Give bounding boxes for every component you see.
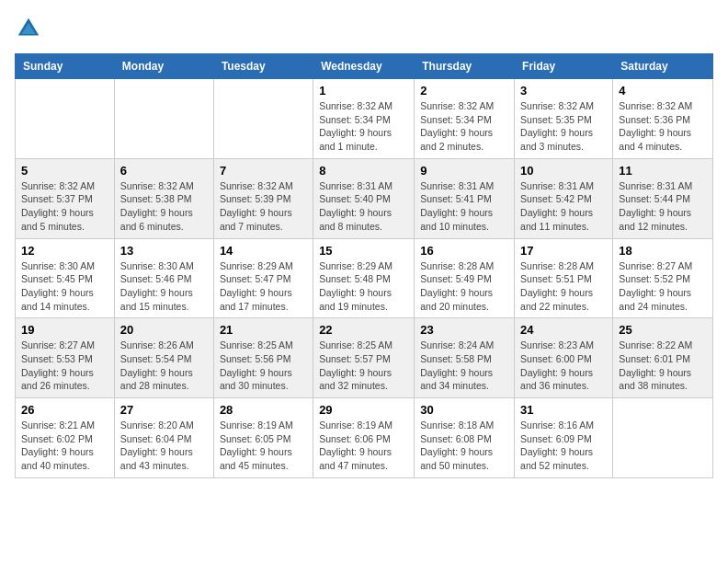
- day-info: Sunrise: 8:31 AM Sunset: 5:41 PM Dayligh…: [420, 179, 508, 234]
- calendar-cell: 18Sunrise: 8:27 AM Sunset: 5:52 PM Dayli…: [613, 238, 713, 318]
- day-number: 5: [21, 164, 108, 178]
- day-number: 24: [520, 323, 607, 337]
- day-number: 27: [120, 403, 208, 417]
- calendar-cell: 14Sunrise: 8:29 AM Sunset: 5:47 PM Dayli…: [213, 238, 313, 318]
- calendar-cell: 16Sunrise: 8:28 AM Sunset: 5:49 PM Dayli…: [415, 238, 515, 318]
- calendar-cell: 1Sunrise: 8:32 AM Sunset: 5:34 PM Daylig…: [313, 79, 415, 159]
- calendar-cell: 13Sunrise: 8:30 AM Sunset: 5:46 PM Dayli…: [114, 238, 213, 318]
- weekday-header: Tuesday: [213, 54, 313, 79]
- weekday-header: Sunday: [16, 54, 115, 79]
- day-number: 15: [319, 244, 408, 258]
- day-number: 9: [420, 164, 508, 178]
- day-info: Sunrise: 8:32 AM Sunset: 5:38 PM Dayligh…: [120, 179, 208, 234]
- day-info: Sunrise: 8:25 AM Sunset: 5:56 PM Dayligh…: [220, 339, 307, 393]
- day-number: 25: [619, 323, 707, 337]
- calendar-cell: 10Sunrise: 8:31 AM Sunset: 5:42 PM Dayli…: [515, 158, 613, 238]
- calendar-cell: 29Sunrise: 8:19 AM Sunset: 6:06 PM Dayli…: [313, 398, 415, 478]
- day-number: 21: [220, 323, 307, 337]
- day-number: 23: [420, 323, 508, 337]
- day-info: Sunrise: 8:20 AM Sunset: 6:04 PM Dayligh…: [120, 419, 208, 473]
- calendar-cell: 20Sunrise: 8:26 AM Sunset: 5:54 PM Dayli…: [114, 318, 213, 398]
- day-number: 29: [319, 403, 408, 417]
- day-info: Sunrise: 8:31 AM Sunset: 5:42 PM Dayligh…: [520, 179, 607, 234]
- calendar-cell: 31Sunrise: 8:16 AM Sunset: 6:09 PM Dayli…: [515, 398, 613, 478]
- calendar-header: SundayMondayTuesdayWednesdayThursdayFrid…: [16, 54, 713, 79]
- day-info: Sunrise: 8:24 AM Sunset: 5:58 PM Dayligh…: [420, 339, 508, 393]
- weekday-header: Thursday: [415, 54, 515, 79]
- day-info: Sunrise: 8:25 AM Sunset: 5:57 PM Dayligh…: [319, 339, 408, 393]
- calendar-cell: 21Sunrise: 8:25 AM Sunset: 5:56 PM Dayli…: [213, 318, 313, 398]
- weekday-header: Wednesday: [313, 54, 415, 79]
- calendar-cell: 4Sunrise: 8:32 AM Sunset: 5:36 PM Daylig…: [613, 79, 713, 159]
- weekday-header: Friday: [515, 54, 613, 79]
- logo: [15, 15, 46, 42]
- calendar-cell: 5Sunrise: 8:32 AM Sunset: 5:37 PM Daylig…: [16, 158, 115, 238]
- day-info: Sunrise: 8:31 AM Sunset: 5:44 PM Dayligh…: [619, 179, 707, 234]
- day-number: 7: [220, 164, 307, 178]
- day-number: 20: [120, 323, 208, 337]
- day-info: Sunrise: 8:28 AM Sunset: 5:49 PM Dayligh…: [420, 259, 508, 314]
- calendar-cell: [613, 398, 713, 478]
- day-number: 4: [619, 84, 707, 98]
- day-info: Sunrise: 8:31 AM Sunset: 5:40 PM Dayligh…: [319, 179, 408, 234]
- calendar-cell: 12Sunrise: 8:30 AM Sunset: 5:45 PM Dayli…: [16, 238, 115, 318]
- day-number: 31: [520, 403, 607, 417]
- day-number: 30: [420, 403, 508, 417]
- weekday-header: Saturday: [613, 54, 713, 79]
- day-number: 17: [520, 244, 607, 258]
- day-info: Sunrise: 8:23 AM Sunset: 6:00 PM Dayligh…: [520, 339, 607, 393]
- day-number: 1: [319, 84, 408, 98]
- day-info: Sunrise: 8:28 AM Sunset: 5:51 PM Dayligh…: [520, 259, 607, 314]
- day-number: 6: [120, 164, 208, 178]
- day-number: 28: [220, 403, 307, 417]
- day-number: 13: [120, 244, 208, 258]
- calendar-cell: 15Sunrise: 8:29 AM Sunset: 5:48 PM Dayli…: [313, 238, 415, 318]
- calendar-cell: [213, 79, 313, 159]
- calendar-cell: 2Sunrise: 8:32 AM Sunset: 5:34 PM Daylig…: [415, 79, 515, 159]
- day-info: Sunrise: 8:30 AM Sunset: 5:46 PM Dayligh…: [120, 259, 208, 314]
- calendar-cell: 7Sunrise: 8:32 AM Sunset: 5:39 PM Daylig…: [213, 158, 313, 238]
- day-number: 3: [520, 84, 607, 98]
- calendar-cell: 3Sunrise: 8:32 AM Sunset: 5:35 PM Daylig…: [515, 79, 613, 159]
- day-number: 8: [319, 164, 408, 178]
- day-info: Sunrise: 8:27 AM Sunset: 5:53 PM Dayligh…: [21, 339, 108, 393]
- day-number: 11: [619, 164, 707, 178]
- day-number: 19: [21, 323, 108, 337]
- calendar-cell: 8Sunrise: 8:31 AM Sunset: 5:40 PM Daylig…: [313, 158, 415, 238]
- day-info: Sunrise: 8:19 AM Sunset: 6:05 PM Dayligh…: [220, 419, 307, 473]
- day-info: Sunrise: 8:30 AM Sunset: 5:45 PM Dayligh…: [21, 259, 108, 314]
- day-number: 12: [21, 244, 108, 258]
- day-number: 10: [520, 164, 607, 178]
- day-info: Sunrise: 8:32 AM Sunset: 5:39 PM Dayligh…: [220, 179, 307, 234]
- calendar-cell: 19Sunrise: 8:27 AM Sunset: 5:53 PM Dayli…: [16, 318, 115, 398]
- calendar-cell: [16, 79, 115, 159]
- day-number: 26: [21, 403, 108, 417]
- calendar-cell: 22Sunrise: 8:25 AM Sunset: 5:57 PM Dayli…: [313, 318, 415, 398]
- day-info: Sunrise: 8:19 AM Sunset: 6:06 PM Dayligh…: [319, 419, 408, 473]
- day-info: Sunrise: 8:32 AM Sunset: 5:37 PM Dayligh…: [21, 179, 108, 234]
- day-number: 2: [420, 84, 508, 98]
- day-info: Sunrise: 8:18 AM Sunset: 6:08 PM Dayligh…: [420, 419, 508, 473]
- calendar-cell: 23Sunrise: 8:24 AM Sunset: 5:58 PM Dayli…: [415, 318, 515, 398]
- logo-icon: [15, 15, 42, 42]
- calendar-cell: 26Sunrise: 8:21 AM Sunset: 6:02 PM Dayli…: [16, 398, 115, 478]
- day-info: Sunrise: 8:32 AM Sunset: 5:34 PM Dayligh…: [420, 99, 508, 154]
- weekday-header: Monday: [114, 54, 213, 79]
- calendar-cell: 9Sunrise: 8:31 AM Sunset: 5:41 PM Daylig…: [415, 158, 515, 238]
- day-number: 22: [319, 323, 408, 337]
- calendar-cell: 6Sunrise: 8:32 AM Sunset: 5:38 PM Daylig…: [114, 158, 213, 238]
- day-number: 16: [420, 244, 508, 258]
- day-info: Sunrise: 8:21 AM Sunset: 6:02 PM Dayligh…: [21, 419, 108, 473]
- calendar-cell: 27Sunrise: 8:20 AM Sunset: 6:04 PM Dayli…: [114, 398, 213, 478]
- calendar-cell: 11Sunrise: 8:31 AM Sunset: 5:44 PM Dayli…: [613, 158, 713, 238]
- day-info: Sunrise: 8:27 AM Sunset: 5:52 PM Dayligh…: [619, 259, 707, 314]
- day-info: Sunrise: 8:22 AM Sunset: 6:01 PM Dayligh…: [619, 339, 707, 393]
- calendar-cell: 28Sunrise: 8:19 AM Sunset: 6:05 PM Dayli…: [213, 398, 313, 478]
- day-number: 18: [619, 244, 707, 258]
- day-info: Sunrise: 8:32 AM Sunset: 5:35 PM Dayligh…: [520, 99, 607, 154]
- page-header: [15, 15, 713, 42]
- calendar-cell: [114, 79, 213, 159]
- day-info: Sunrise: 8:29 AM Sunset: 5:47 PM Dayligh…: [220, 259, 307, 314]
- calendar-cell: 17Sunrise: 8:28 AM Sunset: 5:51 PM Dayli…: [515, 238, 613, 318]
- day-number: 14: [220, 244, 307, 258]
